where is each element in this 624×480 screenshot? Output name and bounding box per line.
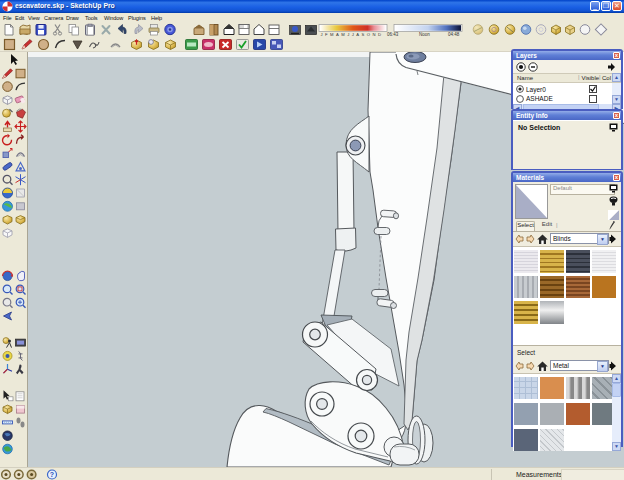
svg-text:JFMAMJJASOND: JFMAMJJASOND (321, 32, 384, 37)
svg-text:?: ? (50, 471, 54, 478)
svg-text:04:48: 04:48 (448, 32, 460, 37)
svg-text:Noon: Noon (419, 32, 430, 37)
svg-text:06:43: 06:43 (387, 32, 399, 37)
